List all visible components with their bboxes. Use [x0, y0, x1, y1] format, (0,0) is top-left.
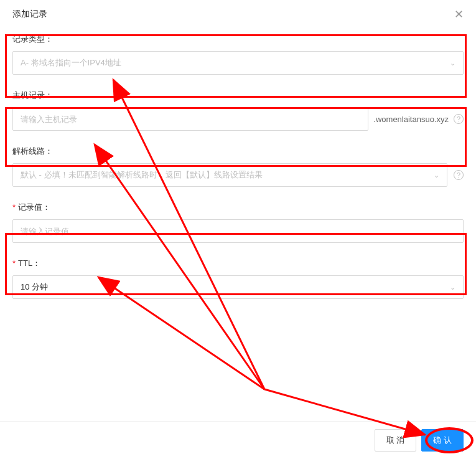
hostname-input-wrap — [12, 107, 368, 131]
field-route: 解析线路： 默认 - 必填！未匹配到智能解析线路时，返回【默认】线路设置结果 ⌄… — [12, 146, 464, 187]
cancel-button[interactable]: 取 消 — [375, 429, 417, 452]
hostname-input[interactable] — [21, 115, 360, 124]
record-type-label: 记录类型： — [12, 34, 464, 45]
modal-title: 添加记录 — [12, 9, 47, 20]
record-value-label: *记录值： — [12, 202, 464, 213]
required-mark: * — [12, 258, 16, 268]
chevron-down-icon: ⌄ — [434, 171, 439, 179]
add-record-modal: 添加记录 ✕ 记录类型： A- 将域名指向一个IPV4地址 ⌄ 主机记录： .w… — [0, 0, 476, 459]
required-mark: * — [12, 202, 16, 212]
record-value-input[interactable] — [21, 227, 455, 236]
chevron-down-icon: ⌄ — [450, 59, 455, 67]
help-icon[interactable]: ? — [454, 114, 464, 124]
confirm-button[interactable]: 确 认 — [421, 429, 464, 452]
ttl-select[interactable]: 10 分钟 ⌄ — [12, 275, 464, 299]
field-hostname: 主机记录： .womenlaitansuo.xyz ? — [12, 90, 464, 131]
record-value-input-wrap — [12, 219, 464, 243]
hostname-label: 主机记录： — [12, 90, 464, 101]
field-ttl: *TTL： 10 分钟 ⌄ — [12, 258, 464, 299]
chevron-down-icon: ⌄ — [450, 283, 455, 291]
route-label: 解析线路： — [12, 146, 464, 157]
record-type-value: A- 将域名指向一个IPV4地址 — [21, 57, 450, 69]
route-select[interactable]: 默认 - 必填！未匹配到智能解析线路时，返回【默认】线路设置结果 ⌄ — [12, 163, 447, 187]
route-value: 默认 - 必填！未匹配到智能解析线路时，返回【默认】线路设置结果 — [21, 169, 434, 181]
close-icon[interactable]: ✕ — [452, 6, 466, 22]
field-record-value: *记录值： — [12, 202, 464, 243]
ttl-value: 10 分钟 — [21, 282, 450, 293]
modal-body: 记录类型： A- 将域名指向一个IPV4地址 ⌄ 主机记录： .womenlai… — [0, 29, 476, 421]
help-icon[interactable]: ? — [454, 170, 464, 180]
ttl-label: *TTL： — [12, 258, 464, 269]
field-record-type: 记录类型： A- 将域名指向一个IPV4地址 ⌄ — [12, 34, 464, 75]
modal-footer: 取 消 确 认 — [0, 421, 476, 459]
record-type-select[interactable]: A- 将域名指向一个IPV4地址 ⌄ — [12, 51, 464, 75]
modal-header: 添加记录 ✕ — [0, 0, 476, 29]
domain-suffix: .womenlaitansuo.xyz — [373, 115, 449, 124]
